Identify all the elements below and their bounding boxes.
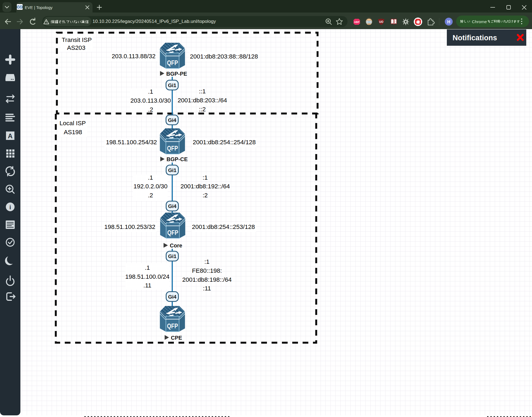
svg-text:2001:db8:192::/64: 2001:db8:192::/64	[180, 183, 230, 190]
svg-text:FE80::198:: FE80::198:	[192, 267, 222, 274]
svg-text:Chrome: Chrome	[472, 19, 487, 24]
svg-text:Gi4: Gi4	[168, 117, 176, 123]
svg-text:Gi1: Gi1	[168, 253, 177, 259]
svg-text:Core: Core	[170, 243, 182, 249]
svg-text:198.51.100.253/32: 198.51.100.253/32	[104, 223, 155, 230]
svg-text:203.0.113.0/30: 203.0.113.0/30	[130, 97, 171, 104]
svg-text:Gi1: Gi1	[168, 167, 177, 173]
svg-text:UO: UO	[379, 20, 383, 23]
svg-text:.1: .1	[145, 264, 150, 271]
svg-text:203.0.113.88/32: 203.0.113.88/32	[112, 53, 156, 60]
svg-text:.11: .11	[143, 282, 152, 289]
svg-text:198.51.100.254/32: 198.51.100.254/32	[106, 139, 157, 146]
svg-text:::2: ::2	[199, 106, 206, 113]
svg-text:Local ISP: Local ISP	[60, 120, 86, 127]
svg-text:2001:db8:198::/64: 2001:db8:198::/64	[182, 276, 232, 283]
svg-text:H: H	[447, 20, 450, 24]
svg-text:2001:db8:203::/64: 2001:db8:203::/64	[178, 97, 227, 104]
svg-text:i: i	[9, 204, 11, 211]
svg-text:BGP-PE: BGP-PE	[166, 71, 187, 77]
svg-text:2001:db8:203:88::88/128: 2001:db8:203:88::88/128	[190, 53, 258, 60]
svg-text::1: :1	[204, 258, 210, 265]
svg-text:Gi4: Gi4	[168, 294, 177, 300]
svg-text:A: A	[8, 132, 13, 140]
svg-text:2001:db8:254::253/128: 2001:db8:254::253/128	[192, 223, 255, 230]
svg-text:Gi1: Gi1	[168, 82, 176, 88]
svg-text:192.0.2.0/30: 192.0.2.0/30	[133, 183, 167, 190]
svg-text:Transit ISP: Transit ISP	[62, 36, 92, 43]
svg-text:AS198: AS198	[64, 129, 82, 136]
svg-text:.1: .1	[148, 88, 153, 95]
svg-text:ABP: ABP	[354, 20, 360, 23]
svg-text:.2: .2	[148, 192, 153, 199]
svg-text:.1: .1	[148, 174, 153, 181]
svg-text::1: :1	[203, 174, 208, 181]
svg-text::11: :11	[203, 285, 211, 292]
svg-text:::1: ::1	[199, 88, 206, 95]
svg-text:Gi4: Gi4	[168, 203, 177, 209]
svg-text::2: :2	[203, 192, 208, 199]
svg-text:BGP-CE: BGP-CE	[167, 156, 188, 162]
svg-text:.2: .2	[148, 106, 153, 113]
svg-text:198.51.100.0/24: 198.51.100.0/24	[125, 273, 170, 280]
svg-text:2001:db8:254::254/128: 2001:db8:254::254/128	[193, 139, 256, 146]
svg-text:CPE: CPE	[171, 335, 182, 341]
svg-text:AS203: AS203	[67, 44, 85, 51]
